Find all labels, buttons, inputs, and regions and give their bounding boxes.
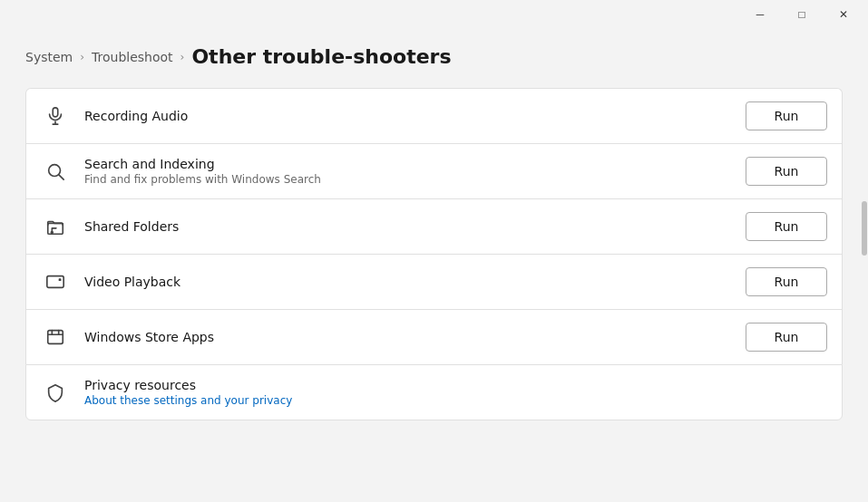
video-playback-item: Video Playback Run [25, 254, 843, 309]
store-apps-icon [41, 323, 70, 352]
shared-folders-text: Shared Folders [84, 219, 731, 234]
page-title: Other trouble-shooters [191, 45, 451, 68]
breadcrumb-system[interactable]: System [25, 50, 73, 64]
privacy-resources-link[interactable]: About these settings and your privacy [84, 394, 292, 407]
search-indexing-text: Search and Indexing Find and fix problem… [84, 157, 731, 186]
breadcrumb-troubleshoot[interactable]: Troubleshoot [92, 50, 173, 64]
troubleshooter-list: Recording Audio Run Search and Indexing … [25, 88, 843, 420]
recording-audio-title: Recording Audio [84, 109, 731, 123]
svg-rect-9 [48, 331, 63, 344]
svg-line-4 [59, 175, 63, 179]
breadcrumb-separator-2: › [180, 51, 185, 63]
shared-folders-item: Shared Folders Run [25, 198, 843, 254]
minimize-button[interactable]: ─ [739, 0, 781, 29]
privacy-resources-title: Privacy resources [84, 378, 827, 392]
privacy-resources-text: Privacy resources About these settings a… [84, 378, 827, 407]
microphone-icon [41, 101, 70, 130]
svg-rect-7 [47, 276, 63, 288]
video-playback-icon [41, 267, 70, 296]
search-indexing-item: Search and Indexing Find and fix problem… [25, 143, 843, 198]
privacy-icon [41, 378, 70, 407]
search-indexing-run-button[interactable]: Run [746, 157, 827, 186]
svg-rect-8 [59, 278, 62, 281]
scrollbar[interactable] [859, 0, 868, 502]
video-playback-title: Video Playback [84, 275, 731, 289]
windows-store-apps-item: Windows Store Apps Run [25, 309, 843, 364]
privacy-resources-item: Privacy resources About these settings a… [25, 364, 843, 420]
privacy-resources-subtitle: About these settings and your privacy [84, 394, 827, 407]
search-indexing-subtitle: Find and fix problems with Windows Searc… [84, 173, 731, 186]
scrollbar-thumb[interactable] [862, 201, 867, 256]
recording-audio-run-button[interactable]: Run [746, 101, 827, 130]
windows-store-apps-title: Windows Store Apps [84, 330, 731, 344]
shared-folders-run-button[interactable]: Run [746, 212, 827, 241]
settings-window: ─ □ ✕ System › Troubleshoot › Other trou… [0, 0, 868, 502]
windows-store-apps-run-button[interactable]: Run [746, 323, 827, 352]
maximize-button[interactable]: □ [781, 0, 823, 29]
search-indexing-title: Search and Indexing [84, 157, 731, 171]
video-playback-run-button[interactable]: Run [746, 267, 827, 296]
shared-folders-icon [41, 212, 70, 241]
windows-store-apps-text: Windows Store Apps [84, 330, 731, 344]
breadcrumb: System › Troubleshoot › Other trouble-sh… [25, 29, 843, 88]
breadcrumb-separator-1: › [80, 51, 84, 63]
video-playback-text: Video Playback [84, 275, 731, 289]
search-icon [41, 157, 70, 186]
shared-folders-title: Shared Folders [84, 219, 731, 234]
content-area: System › Troubleshoot › Other trouble-sh… [0, 29, 868, 502]
recording-audio-text: Recording Audio [84, 109, 731, 123]
title-bar: ─ □ ✕ [0, 0, 868, 29]
recording-audio-item: Recording Audio Run [25, 88, 843, 143]
svg-rect-0 [53, 108, 58, 117]
